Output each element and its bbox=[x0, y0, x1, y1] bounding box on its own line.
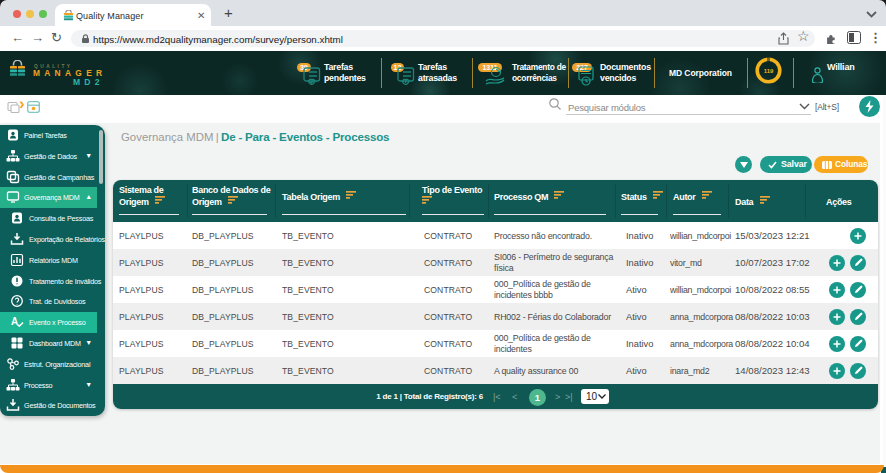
svg-text:119: 119 bbox=[764, 68, 774, 74]
svg-text:A: A bbox=[11, 316, 18, 327]
